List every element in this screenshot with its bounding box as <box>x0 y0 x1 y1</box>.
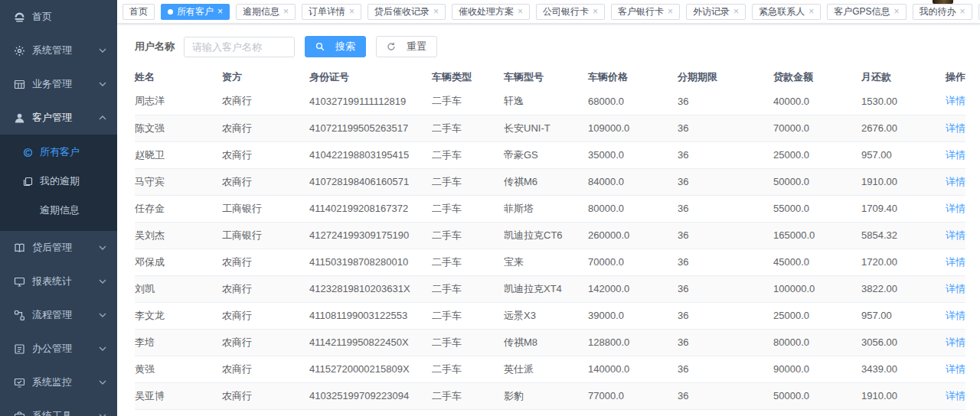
table-cell: 二手车 <box>432 168 504 195</box>
detail-link[interactable]: 详情 <box>946 122 965 134</box>
table-cell: 36 <box>678 275 773 302</box>
detail-link[interactable]: 详情 <box>946 203 965 214</box>
sidebar-item-3[interactable]: 客户管理 <box>0 101 117 135</box>
tab-close-icon[interactable]: × <box>668 7 673 16</box>
table-cell: 25000.0 <box>773 141 861 168</box>
table-cell: 70000.0 <box>588 249 678 275</box>
table-row-9: 李培农商行41142119950822450X二手车传祺M8128800.036… <box>135 329 965 356</box>
table-cell: 142000.0 <box>588 275 678 302</box>
chevron-down-icon <box>99 380 106 385</box>
table-cell: 二手车 <box>432 409 504 416</box>
tab-close-icon[interactable]: × <box>593 7 598 16</box>
detail-link[interactable]: 详情 <box>946 95 965 106</box>
column-header: 姓名 <box>135 66 222 88</box>
table-cell: 二手车 <box>432 195 504 222</box>
tab-close-icon[interactable]: × <box>217 7 223 16</box>
table-cell: 36 <box>678 409 773 416</box>
search-form: 用户名称 搜索 重置 <box>135 31 965 62</box>
tab-close-icon[interactable]: × <box>893 7 899 16</box>
detail-link[interactable]: 详情 <box>946 363 965 375</box>
table-cell: 农商行 <box>222 115 309 141</box>
detail-link[interactable]: 详情 <box>946 256 965 268</box>
sidebar-subitem-2[interactable]: 逾期信息 <box>0 196 117 225</box>
refresh-icon <box>387 41 396 53</box>
tab-9[interactable]: 紧急联系人× <box>752 4 821 20</box>
tab-10[interactable]: 客户GPS信息× <box>827 4 906 20</box>
tab-close-icon[interactable]: × <box>433 7 439 16</box>
sidebar-subitem-0[interactable]: 所有客户 <box>0 138 117 167</box>
tab-close-icon[interactable]: × <box>349 7 354 16</box>
circle-icon <box>23 146 33 158</box>
detail-link[interactable]: 详情 <box>946 176 965 187</box>
tab-label: 贷后催收记录 <box>374 7 430 16</box>
tab-0[interactable]: 首页 <box>122 4 155 20</box>
flow-icon <box>13 309 25 321</box>
table-cell: 农商行 <box>222 275 309 302</box>
main-area: 首页所有客户×逾期信息×订单详情×贷后催收记录×催收处理方案×公司银行卡×客户银… <box>117 0 980 416</box>
sidebar-item-6[interactable]: 流程管理 <box>0 298 117 332</box>
table-cell: 36 <box>678 382 773 409</box>
sidebar-item-9[interactable]: 系统工具 <box>0 399 117 416</box>
table-cell: 传祺M8 <box>504 329 588 356</box>
table-cell: 1910.00 <box>861 168 936 195</box>
table-cell: 36 <box>678 88 773 115</box>
tab-close-icon[interactable]: × <box>808 7 814 16</box>
sidebar-item-label: 流程管理 <box>32 308 99 322</box>
sidebar-subitem-1[interactable]: 我的逾期 <box>0 167 117 196</box>
detail-link[interactable]: 详情 <box>946 283 965 294</box>
table-cell: 任存金 <box>135 195 222 222</box>
tab-4[interactable]: 贷后催收记录× <box>368 4 446 20</box>
sidebar-item-label: 贷后管理 <box>32 241 99 255</box>
table-cell: 411503198708280010 <box>309 249 432 275</box>
table-cell: 1530.00 <box>861 88 936 115</box>
customer-name-input[interactable] <box>184 37 295 57</box>
detail-link[interactable]: 详情 <box>946 336 965 348</box>
tab-bar: 首页所有客户×逾期信息×订单详情×贷后催收记录×催收处理方案×公司银行卡×客户银… <box>117 0 980 23</box>
sidebar-item-2[interactable]: 业务管理 <box>0 67 117 101</box>
table-cell: 二手车 <box>432 382 504 409</box>
column-header: 身份证号 <box>309 66 432 88</box>
tab-8[interactable]: 外访记录× <box>686 4 746 20</box>
table-cell: 宝来 <box>504 249 588 275</box>
sidebar-item-0[interactable]: 首页 <box>0 0 117 34</box>
sidebar-item-5[interactable]: 报表统计 <box>0 265 117 298</box>
table-cell: 农商行 <box>222 409 309 416</box>
tab-6[interactable]: 公司银行卡× <box>536 4 605 20</box>
tab-5[interactable]: 催收处理方案× <box>452 4 530 20</box>
table-cell-actions: 详情 <box>936 275 965 302</box>
table-cell: 957.00 <box>861 302 936 329</box>
sidebar-item-7[interactable]: 办公管理 <box>0 332 117 366</box>
table-cell: 70000.0 <box>773 115 861 141</box>
table-cell: 农商行 <box>222 302 309 329</box>
tab-1[interactable]: 所有客户× <box>161 4 230 20</box>
detail-link[interactable]: 详情 <box>946 229 965 241</box>
tab-close-icon[interactable]: × <box>518 7 523 16</box>
sidebar-item-1[interactable]: 系统管理 <box>0 34 117 67</box>
table-row-4: 任存金工商银行411402199208167372二手车菲斯塔80000.036… <box>135 195 965 222</box>
sidebar-item-4[interactable]: 贷后管理 <box>0 231 117 265</box>
tab-3[interactable]: 订单详情× <box>302 4 361 20</box>
tab-11[interactable]: 我的待办× <box>913 4 972 20</box>
table-cell: 凯迪拉克XT4 <box>504 275 588 302</box>
tab-2[interactable]: 逾期信息× <box>236 4 296 20</box>
table-cell: 2676.00 <box>861 115 936 141</box>
sidebar-item-8[interactable]: 系统监控 <box>0 366 117 399</box>
search-button[interactable]: 搜索 <box>305 36 366 57</box>
table-cell: 3439.00 <box>861 356 936 382</box>
table-cell-actions: 详情 <box>936 141 965 168</box>
table-cell: 260000.0 <box>588 222 678 249</box>
detail-link[interactable]: 详情 <box>946 310 965 321</box>
detail-link[interactable]: 详情 <box>946 390 965 401</box>
tab-close-icon[interactable]: × <box>283 7 289 16</box>
reset-button[interactable]: 重置 <box>376 36 437 57</box>
monitor-check-icon <box>13 376 25 388</box>
table-cell-actions: 详情 <box>936 115 965 141</box>
tab-label: 催收处理方案 <box>459 7 514 16</box>
detail-link[interactable]: 详情 <box>946 149 965 161</box>
table-cell: 二手车 <box>432 249 504 275</box>
tab-close-icon[interactable]: × <box>733 7 739 16</box>
tab-close-icon[interactable]: × <box>960 7 965 16</box>
tab-7[interactable]: 客户银行卡× <box>611 4 680 20</box>
table-cell: 二手车 <box>432 88 504 115</box>
table-cell: 轩逸 <box>504 88 588 115</box>
